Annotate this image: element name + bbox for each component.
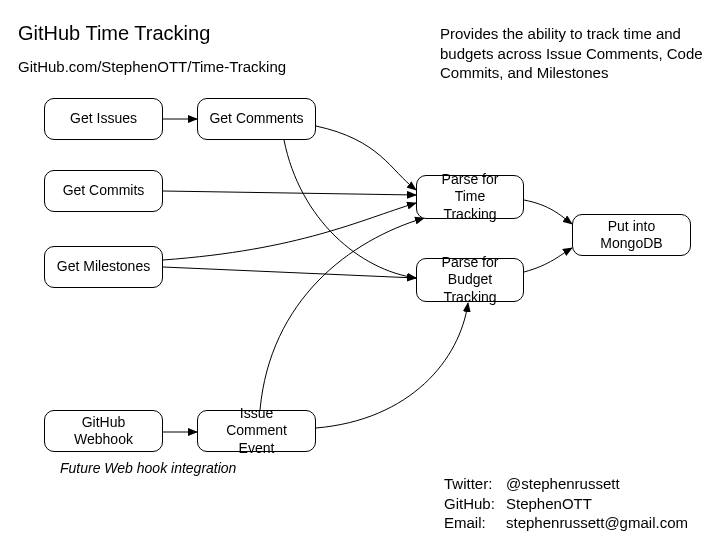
node-get-comments: Get Comments xyxy=(197,98,316,140)
node-parse-time: Parse for Time Tracking xyxy=(416,175,524,219)
contact-email-label: Email: xyxy=(444,513,506,533)
page-subtitle: GitHub.com/StephenOTT/Time-Tracking xyxy=(18,58,286,75)
node-issue-comment-event: Issue Comment Event xyxy=(197,410,316,452)
contact-twitter-value: @stephenrussett xyxy=(506,474,620,494)
node-get-commits: Get Commits xyxy=(44,170,163,212)
description-text: Provides the ability to track time and b… xyxy=(440,24,720,83)
webhook-caption: Future Web hook integration xyxy=(60,460,236,476)
page-title: GitHub Time Tracking xyxy=(18,22,210,45)
contact-github-label: GitHub: xyxy=(444,494,506,514)
contact-email-value: stephenrussett@gmail.com xyxy=(506,513,688,533)
node-mongodb: Put into MongoDB xyxy=(572,214,691,256)
node-parse-budget: Parse for Budget Tracking xyxy=(416,258,524,302)
node-github-webhook: GitHub Webhook xyxy=(44,410,163,452)
node-get-milestones: Get Milestones xyxy=(44,246,163,288)
contact-github-value: StephenOTT xyxy=(506,494,592,514)
contact-twitter-label: Twitter: xyxy=(444,474,506,494)
node-get-issues: Get Issues xyxy=(44,98,163,140)
contact-block: Twitter: @stephenrussett GitHub: Stephen… xyxy=(444,474,688,533)
